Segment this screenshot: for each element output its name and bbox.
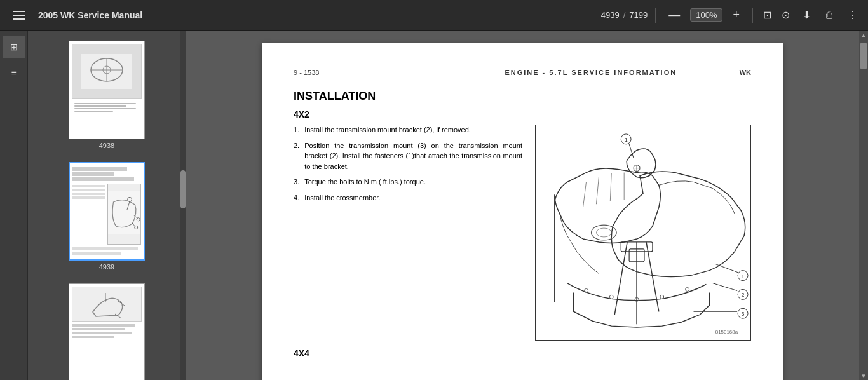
thumb-content-4940 [69, 284, 144, 380]
thumb-content-4938 [69, 41, 144, 139]
svg-text:2: 2 [742, 292, 745, 298]
toolbar: 2005 WK Service Manual / 7199 — 100% + ⊡… [0, 0, 868, 31]
thumbnails-scrollbar-thumb[interactable] [180, 170, 186, 208]
thumbnails-panel: 4938 [28, 31, 186, 380]
step-2-text: Position the transmission mount (3) on t… [304, 140, 522, 172]
step-3-text: Torque the bolts to N·m ( ft.lbs.) torqu… [304, 177, 426, 187]
divider-1 [655, 8, 656, 23]
step-3: 3. Torque the bolts to N·m ( ft.lbs.) to… [294, 177, 522, 187]
right-scrollbar[interactable]: ▲ ▼ [859, 31, 868, 380]
thumb-diagram-4939 [108, 184, 140, 241]
page-separator: / [623, 10, 626, 20]
section-title: INSTALLATION [294, 90, 751, 103]
step-1: 1. Install the transmission mount bracke… [294, 125, 522, 135]
transmission-diagram: 1 1 2 [536, 125, 750, 340]
page-navigation: / 7199 [594, 10, 648, 20]
thumbnail-4939[interactable]: 4939 [28, 157, 186, 276]
thumb-image-4938 [72, 44, 142, 99]
step-3-num: 3. [294, 177, 299, 187]
fit-page-button[interactable]: ⊡ [761, 6, 774, 24]
list-icon: ≡ [11, 67, 16, 78]
steps-list: 1. Install the transmission mount bracke… [294, 125, 522, 203]
thumb-label-4939: 4939 [99, 263, 114, 271]
thumb-frame-4938 [69, 41, 145, 139]
step-1-text: Install the transmission mount bracket (… [304, 125, 471, 135]
thumbnail-icon: ⊞ [10, 42, 18, 52]
pdf-viewer[interactable]: 9 - 1538 ENGINE - 5.7L SERVICE INFORMATI… [186, 31, 859, 380]
toolbar-right: ⬇ ⎙ ⋮ [800, 6, 860, 24]
step-1-num: 1. [294, 125, 299, 135]
section-4x4: 4X4 [294, 348, 751, 358]
zoom-out-button[interactable]: — [663, 6, 685, 24]
zoom-in-button[interactable]: + [728, 6, 745, 24]
download-icon: ⬇ [803, 10, 811, 20]
step-4-num: 4. [294, 193, 299, 203]
svg-text:1: 1 [742, 273, 745, 280]
diagram-area: 1 1 2 [535, 125, 751, 341]
text-content: 1. Install the transmission mount bracke… [294, 125, 522, 210]
thumbnail-4938[interactable]: 4938 [28, 36, 186, 154]
zoom-level: 100% [690, 8, 722, 22]
history-icon: ⊙ [782, 10, 790, 20]
step-4: 4. Install the crossmember. [294, 193, 522, 203]
thumb-label-4938: 4938 [99, 142, 114, 149]
thumb-svg-4938 [81, 54, 132, 89]
page-number-left: 9 - 1538 [294, 69, 442, 76]
toolbar-left: 2005 WK Service Manual [8, 4, 587, 27]
thumb-frame-4939 [69, 162, 145, 261]
hamburger-icon [11, 8, 27, 22]
subsection-4x2: 4X2 [294, 109, 751, 119]
pdf-page: 9 - 1538 ENGINE - 5.7L SERVICE INFORMATI… [262, 43, 783, 380]
print-button[interactable]: ⎙ [824, 7, 835, 24]
svg-text:8150168a: 8150168a [715, 329, 738, 335]
thumbnails-scrollbar[interactable] [180, 31, 186, 380]
step-2-num: 2. [294, 140, 299, 172]
thumb-content-4939 [70, 163, 144, 259]
thumbnail-4940[interactable]: 4940 [28, 278, 186, 380]
thumbnail-view-button[interactable]: ⊞ [3, 36, 25, 58]
page-header-wk: WK [740, 69, 751, 76]
main-area: ⊞ ≡ [0, 31, 868, 380]
thumb-text-lines-4938 [72, 99, 142, 116]
diagram-box: 1 1 2 [535, 125, 751, 341]
svg-text:3: 3 [742, 311, 745, 317]
history-button[interactable]: ⊙ [779, 6, 792, 24]
more-icon: ⋮ [848, 10, 858, 20]
download-button[interactable]: ⬇ [800, 6, 813, 24]
toolbar-title: 2005 WK Service Manual [38, 10, 142, 20]
content-area: 1. Install the transmission mount bracke… [294, 125, 751, 341]
thumb-img1-4940 [90, 290, 125, 318]
list-view-button[interactable]: ≡ [3, 61, 25, 84]
right-scrollbar-thumb[interactable] [860, 43, 867, 69]
fit-icon: ⊡ [763, 10, 771, 20]
page-total: 7199 [629, 10, 648, 20]
menu-button[interactable] [8, 4, 31, 27]
page-header: 9 - 1538 ENGINE - 5.7L SERVICE INFORMATI… [294, 69, 751, 79]
thumb-frame-4940 [69, 283, 145, 380]
toolbar-center: / 7199 — 100% + ⊡ ⊙ [594, 6, 792, 24]
svg-text:1: 1 [625, 137, 628, 143]
more-options-button[interactable]: ⋮ [845, 6, 860, 24]
step-4-text: Install the crossmember. [304, 193, 380, 203]
print-icon: ⎙ [826, 10, 832, 20]
divider-2 [752, 8, 753, 23]
sidebar-icons: ⊞ ≡ [0, 31, 28, 380]
svg-rect-16 [536, 125, 750, 340]
page-header-title: ENGINE - 5.7L SERVICE INFORMATION [442, 69, 740, 76]
page-number-input[interactable] [594, 10, 620, 20]
step-2: 2. Position the transmission mount (3) o… [294, 140, 522, 172]
